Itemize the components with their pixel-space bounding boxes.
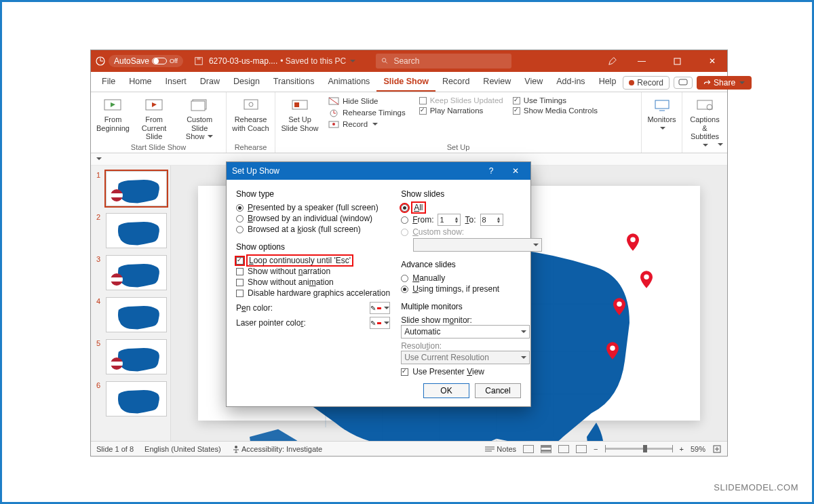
slide-thumbnail[interactable]: 1 bbox=[96, 171, 165, 206]
slide-thumbnail[interactable]: 4 bbox=[96, 297, 165, 332]
ok-button[interactable]: OK bbox=[423, 383, 469, 398]
tab-slide-show[interactable]: Slide Show bbox=[376, 73, 435, 92]
svg-point-35 bbox=[644, 275, 649, 280]
chevron-down-icon bbox=[520, 353, 526, 362]
svg-rect-2 bbox=[197, 58, 200, 60]
laser-icon: ✎ bbox=[370, 319, 376, 327]
chevron-down-icon bbox=[383, 303, 389, 313]
slide-thumbnails-panel[interactable]: 123456 bbox=[91, 166, 171, 441]
record-dropdown[interactable]: Record bbox=[328, 119, 406, 129]
loop-checkbox[interactable]: Loop continuously until 'Esc' bbox=[236, 256, 390, 265]
checkbox-icon bbox=[236, 279, 244, 286]
from-spinner[interactable]: 1▲▼ bbox=[438, 214, 461, 226]
pen-color-picker[interactable]: ✎ bbox=[370, 302, 390, 314]
slideshow-view-button[interactable] bbox=[576, 445, 587, 453]
keep-slides-updated-checkbox[interactable]: Keep Slides Updated bbox=[419, 96, 503, 104]
dialog-close-button[interactable]: ✕ bbox=[506, 166, 525, 176]
slides-from-radio[interactable]: From: 1▲▼ To: 8▲▼ bbox=[401, 214, 542, 226]
comments-button[interactable] bbox=[674, 77, 693, 89]
tab-review[interactable]: Review bbox=[476, 73, 518, 92]
normal-view-button[interactable] bbox=[523, 445, 534, 453]
tab-help[interactable]: Help bbox=[592, 73, 623, 92]
tab-draw[interactable]: Draw bbox=[193, 73, 227, 92]
search-input[interactable] bbox=[392, 56, 505, 66]
zoom-out-button[interactable]: − bbox=[594, 445, 598, 453]
use-timings-checkbox[interactable]: Use Timings bbox=[513, 96, 598, 104]
collapse-ribbon-button[interactable] bbox=[716, 140, 723, 149]
thumbnail-number: 2 bbox=[96, 213, 100, 221]
pen-icon[interactable] bbox=[608, 56, 617, 66]
accessibility-indicator[interactable]: Accessibility: Investigate bbox=[232, 445, 323, 453]
zoom-in-button[interactable]: + bbox=[680, 445, 684, 453]
zoom-slider[interactable] bbox=[605, 448, 673, 450]
tab-design[interactable]: Design bbox=[227, 73, 267, 92]
show-type-speaker-radio[interactable]: Presented by a speaker (full screen) bbox=[236, 203, 390, 212]
reading-view-button[interactable] bbox=[558, 445, 569, 453]
slide-thumbnail[interactable]: 3 bbox=[96, 255, 165, 290]
presenter-view-checkbox[interactable]: Use Presenter View bbox=[401, 367, 542, 376]
flag-icon bbox=[111, 189, 123, 201]
laser-color-picker[interactable]: ✎ bbox=[370, 317, 390, 329]
from-current-button[interactable]: From Current Slide bbox=[135, 95, 173, 141]
to-spinner[interactable]: 8▲▼ bbox=[480, 214, 503, 226]
slide-thumbnail[interactable]: 5 bbox=[96, 339, 165, 374]
no-animation-checkbox[interactable]: Show without animation bbox=[236, 277, 390, 287]
sorter-view-button[interactable] bbox=[541, 445, 551, 453]
play-narrations-checkbox[interactable]: Play Narrations bbox=[419, 106, 503, 115]
tab-home[interactable]: Home bbox=[122, 73, 158, 92]
qat-dropdown[interactable] bbox=[95, 155, 102, 163]
record-button[interactable]: Record bbox=[623, 76, 670, 90]
slide-indicator[interactable]: Slide 1 of 8 bbox=[96, 445, 134, 453]
monitor-select[interactable]: Automatic bbox=[401, 325, 530, 338]
setup-slideshow-button[interactable]: Set Up Slide Show bbox=[281, 95, 319, 132]
tab-transitions[interactable]: Transitions bbox=[267, 73, 322, 92]
advance-manual-radio[interactable]: Manually bbox=[401, 273, 542, 283]
custom-show-button[interactable]: Custom Slide Show bbox=[178, 95, 220, 141]
tab-animations[interactable]: Animations bbox=[322, 73, 377, 92]
pen-color-label: Pen color: bbox=[236, 303, 273, 313]
show-type-individual-radio[interactable]: Browsed by an individual (window) bbox=[236, 214, 390, 223]
close-button[interactable]: ✕ bbox=[697, 50, 727, 72]
slider-thumb-icon bbox=[643, 445, 647, 452]
monitors-button[interactable]: Monitors bbox=[647, 95, 676, 132]
maximize-button[interactable] bbox=[662, 50, 692, 72]
show-type-kiosk-radio[interactable]: Browsed at a kiosk (full screen) bbox=[236, 225, 390, 234]
autosave-toggle[interactable]: AutoSave Off bbox=[109, 55, 183, 67]
save-icon[interactable] bbox=[194, 56, 204, 66]
no-narration-checkbox[interactable]: Show without narration bbox=[236, 267, 390, 276]
notes-button[interactable]: Notes bbox=[485, 445, 516, 453]
advance-heading: Advance slides bbox=[401, 260, 542, 269]
zoom-level[interactable]: 59% bbox=[691, 445, 705, 453]
from-beginning-button[interactable]: From Beginning bbox=[96, 95, 130, 141]
slides-all-radio[interactable]: All bbox=[401, 203, 542, 212]
minimize-button[interactable]: — bbox=[627, 50, 657, 72]
fit-to-window-button[interactable] bbox=[712, 444, 722, 454]
slide-thumbnail[interactable]: 2 bbox=[96, 213, 165, 248]
svg-rect-13 bbox=[244, 100, 258, 109]
hide-slide-button[interactable]: Hide Slide bbox=[328, 96, 406, 106]
tab-view[interactable]: View bbox=[518, 73, 549, 92]
dialog-title-bar[interactable]: Set Up Show ? ✕ bbox=[227, 162, 530, 180]
disable-hw-checkbox[interactable]: Disable hardware graphics acceleration bbox=[236, 288, 390, 298]
save-status[interactable]: Saved to this PC bbox=[286, 56, 346, 66]
share-button[interactable]: Share bbox=[697, 76, 752, 90]
record-icon bbox=[328, 119, 339, 129]
share-icon bbox=[703, 79, 711, 87]
dialog-help-button[interactable]: ? bbox=[482, 166, 501, 176]
search-box[interactable] bbox=[376, 54, 511, 69]
chevron-down-icon bbox=[716, 140, 723, 149]
rehearse-coach-button[interactable]: Rehearse with Coach bbox=[232, 95, 269, 132]
cancel-button[interactable]: Cancel bbox=[475, 383, 521, 398]
slide-thumbnail[interactable]: 6 bbox=[96, 381, 165, 416]
radio-icon bbox=[401, 275, 408, 282]
show-media-checkbox[interactable]: Show Media Controls bbox=[513, 106, 598, 115]
rehearse-timings-button[interactable]: Rehearse Timings bbox=[328, 108, 406, 117]
tab-file[interactable]: File bbox=[95, 73, 122, 92]
tab-record[interactable]: Record bbox=[435, 73, 476, 92]
advance-timings-radio[interactable]: Using timings, if present bbox=[401, 284, 542, 294]
maximize-icon bbox=[674, 58, 681, 65]
tab-add-ins[interactable]: Add-ins bbox=[549, 73, 592, 92]
tab-insert[interactable]: Insert bbox=[159, 73, 193, 92]
file-name[interactable]: 6270-03-us-map.... bbox=[209, 56, 277, 66]
language-indicator[interactable]: English (United States) bbox=[144, 445, 221, 453]
